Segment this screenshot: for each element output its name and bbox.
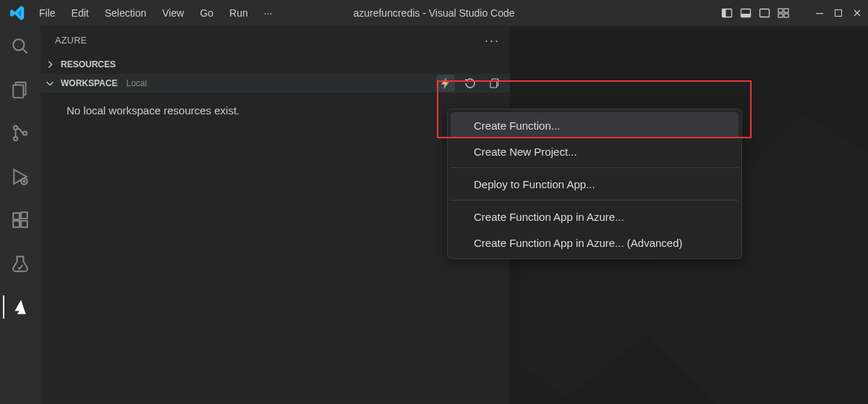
layout-secondary-icon[interactable] [757,5,773,21]
menu-bar: File Edit Selection View Go Run ··· [32,4,279,22]
vscode-logo-icon [10,6,25,20]
window-title: azurefuncredis - Visual Studio Code [353,7,514,19]
workspace-actions [436,75,504,92]
svg-rect-21 [13,213,20,219]
svg-rect-9 [784,14,788,17]
title-bar: File Edit Selection View Go Run ··· azur… [0,0,868,26]
workspace-label: WORKSPACE [61,78,117,88]
svg-rect-4 [760,9,770,17]
ctx-create-function-app-azure-advanced[interactable]: Create Function App in Azure... (Advance… [451,230,739,256]
panel-header: AZURE ··· [41,26,510,55]
window-minimize[interactable] [812,5,827,21]
menu-edit[interactable]: Edit [64,4,96,22]
resources-section-header[interactable]: RESOURCES [41,55,510,74]
menu-selection[interactable]: Selection [98,4,154,22]
context-menu-separator [451,167,739,168]
refresh-icon[interactable] [461,75,480,92]
svg-rect-26 [490,81,497,88]
svg-rect-23 [21,221,27,227]
svg-line-13 [22,49,27,54]
layout-custom-icon[interactable] [775,5,791,21]
svg-point-17 [14,137,17,140]
menu-file[interactable]: File [32,4,63,22]
context-menu-separator [451,200,739,201]
panel-more-icon[interactable]: ··· [485,33,500,49]
svg-point-18 [23,131,27,135]
svg-rect-24 [21,212,27,219]
search-icon[interactable] [3,32,38,61]
resources-label: RESOURCES [61,59,116,70]
chevron-right-icon [45,59,56,70]
context-menu: Create Function... Create New Project...… [447,109,742,259]
ctx-create-function[interactable]: Create Function... [451,112,739,138]
svg-rect-7 [784,9,788,12]
workspace-sublabel: Local [126,78,147,88]
azure-panel: AZURE ··· RESOURCES WORKSPACE Local [41,26,511,404]
activity-bar [0,26,41,404]
panel-title: AZURE [55,35,87,46]
azure-icon[interactable] [3,293,38,321]
workspace-empty-text: No local workspace resources exist. [41,93,510,117]
svg-rect-15 [13,85,23,98]
svg-rect-8 [778,14,783,17]
chevron-down-icon [45,78,56,88]
menu-go[interactable]: Go [192,4,221,22]
group-icon[interactable] [485,75,504,92]
window-close[interactable] [849,5,865,21]
window-controls [719,5,865,21]
layout-bottom-icon[interactable] [738,5,754,21]
source-control-icon[interactable] [3,119,38,148]
testing-icon[interactable] [3,249,38,278]
ctx-create-function-app-azure[interactable]: Create Function App in Azure... [451,203,739,230]
ctx-create-new-project[interactable]: Create New Project... [451,138,739,164]
explorer-icon[interactable] [3,75,38,104]
workspace-section-header[interactable]: WORKSPACE Local [41,74,147,93]
ctx-deploy-function-app[interactable]: Deploy to Function App... [451,171,739,197]
svg-rect-22 [13,221,20,227]
svg-rect-6 [778,9,783,12]
svg-rect-5 [766,9,770,17]
svg-rect-1 [723,9,726,17]
layout-primary-icon[interactable] [719,5,735,21]
extensions-icon[interactable] [3,206,38,235]
svg-rect-3 [741,14,751,17]
menu-view[interactable]: View [155,4,191,22]
menu-run[interactable]: Run [222,4,255,22]
svg-point-12 [13,39,24,50]
window-maximize[interactable] [830,5,846,21]
svg-rect-10 [816,13,823,14]
run-debug-icon[interactable] [3,162,38,191]
svg-rect-11 [835,10,842,17]
menu-overflow[interactable]: ··· [257,4,280,22]
svg-point-16 [14,126,17,130]
lightning-icon[interactable] [436,75,455,92]
